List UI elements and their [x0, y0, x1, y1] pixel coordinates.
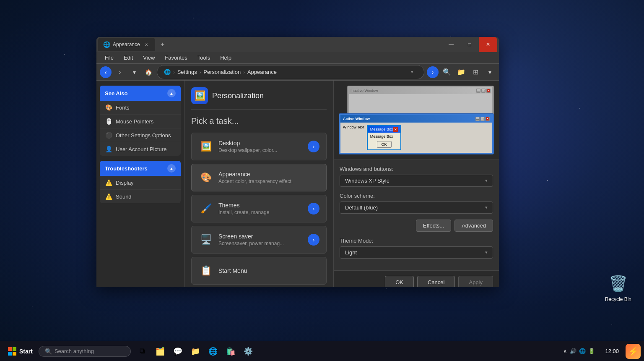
task-desktop[interactable]: 🖼️ Desktop Desktop wallpaper, color... › [191, 133, 327, 160]
inactive-window-preview: Inactive Window — □ ✕ [347, 86, 494, 117]
color-scheme-value: Default (blue) [345, 204, 378, 211]
inactive-window-title: Inactive Window [351, 89, 378, 93]
system-tray[interactable]: ∧ 🔊 🌐 🔋 [560, 346, 598, 356]
pick-task-text: Pick a task... [191, 116, 327, 126]
theme-mode-chevron: ▾ [485, 250, 488, 255]
task-appearance[interactable]: 🎨 Appearance Accent color, transparency … [191, 164, 327, 191]
address-input[interactable]: 🌐 › Settings › Personalization › Appeara… [157, 65, 424, 79]
msgbox-ok-button[interactable]: OK [377, 141, 392, 148]
user-account-label: User Account Picture [116, 146, 166, 152]
task-start-menu[interactable]: 📋 Start Menu [191, 257, 327, 285]
task-view-button[interactable]: ⧉ [134, 343, 151, 360]
desktop-task-text: Desktop Desktop wallpaper, color... [218, 140, 303, 153]
grid-button[interactable]: ⊞ [470, 66, 481, 78]
store-button[interactable]: 🛍️ [222, 343, 239, 360]
windows-buttons-select[interactable]: Windows XP Style ▾ [340, 175, 493, 187]
windows-buttons-label: Windows and buttons: [340, 166, 493, 172]
menu-edit[interactable]: Edit [119, 53, 138, 63]
see-also-collapse[interactable]: ▲ [167, 89, 176, 97]
taskbar-clock[interactable]: 12:00 [602, 346, 622, 356]
ok-button[interactable]: OK [385, 276, 414, 287]
color-scheme-chevron: ▾ [485, 205, 488, 210]
minimize-button[interactable]: — [442, 37, 460, 52]
menu-tools[interactable]: Tools [192, 53, 215, 63]
tab-close-button[interactable]: ✕ [143, 41, 150, 48]
lightning-badge-icon[interactable]: ⚡ [626, 344, 641, 359]
folder-button[interactable]: 📁 [455, 66, 467, 78]
search-button[interactable]: 🔍 [441, 66, 453, 78]
dropdown-button[interactable]: ▾ [128, 66, 140, 78]
address-personalization: Personalization [203, 69, 241, 75]
see-also-section: See Also ▲ 🎨 Fonts 🖱️ Mouse Pointers ⚫ O… [100, 86, 181, 156]
grid-chevron[interactable]: ▾ [484, 66, 496, 78]
desktop-task-arrow[interactable]: › [308, 141, 319, 152]
color-scheme-select[interactable]: Default (blue) ▾ [340, 201, 493, 214]
troubleshooters-collapse[interactable]: ▲ [167, 164, 176, 173]
address-sep-2: › [243, 70, 245, 75]
troubleshooters-section: Troubleshooters ▲ ⚠️ Display ⚠️ Sound [100, 161, 181, 203]
menu-view[interactable]: View [138, 53, 160, 63]
settings-taskbar-button[interactable]: ⚙️ [240, 343, 257, 360]
menu-favorites[interactable]: Favorites [160, 53, 192, 63]
address-dropdown-arrow[interactable]: ▾ [407, 67, 417, 77]
sound-label: Sound [116, 194, 132, 200]
screensaver-task-arrow[interactable]: › [308, 234, 319, 246]
forward-button[interactable]: › [114, 66, 126, 78]
windows-buttons-chevron: ▾ [485, 178, 488, 183]
personalization-header: 🖼️ Personalization [191, 87, 327, 110]
file-explorer-button[interactable]: 📁 [187, 343, 204, 360]
advanced-button[interactable]: Advanced [454, 220, 493, 232]
browser-tab[interactable]: 🌐 Appearance ✕ [98, 38, 155, 51]
svg-rect-2 [8, 352, 12, 356]
cancel-button[interactable]: Cancel [417, 276, 455, 287]
maximize-button[interactable]: □ [460, 37, 479, 52]
themes-task-arrow[interactable]: › [308, 203, 319, 215]
start-button[interactable]: Start [3, 345, 37, 358]
theme-mode-value: Light [345, 249, 357, 256]
troubleshooters-header[interactable]: Troubleshooters ▲ [100, 161, 181, 176]
taskbar-search[interactable]: 🔍 Search anything [39, 346, 131, 357]
taskbar-icons: ⧉ 🗂️ 💬 📁 🌐 🛍️ ⚙️ [134, 343, 257, 360]
effects-advanced-row: Effects... Advanced [340, 220, 493, 232]
themes-task-text: Themes Install, create, manage [218, 202, 303, 215]
recycle-bin[interactable]: 🗑️ Recycle Bin [605, 273, 631, 302]
edge-button[interactable]: 🌐 [205, 343, 221, 360]
tab-favicon-icon: 🌐 [103, 41, 110, 48]
sidebar-item-mouse-pointers[interactable]: 🖱️ Mouse Pointers [100, 115, 181, 128]
back-button[interactable]: ‹ [100, 66, 112, 78]
color-scheme-label: Color scheme: [340, 193, 493, 199]
taskbar: Start 🔍 Search anything ⧉ 🗂️ 💬 📁 🌐 🛍️ ⚙️… [0, 341, 644, 361]
window-controls: — □ ✕ [442, 37, 497, 52]
add-tab-button[interactable]: + [157, 39, 169, 50]
task-themes[interactable]: 🖌️ Themes Install, create, manage › [191, 195, 327, 222]
effects-button[interactable]: Effects... [416, 220, 451, 232]
sidebar-item-display[interactable]: ⚠️ Display [100, 176, 181, 190]
chat-button[interactable]: 💬 [169, 343, 186, 360]
apply-button[interactable]: Apply [458, 276, 493, 287]
sidebar-item-sound[interactable]: ⚠️ Sound [100, 190, 181, 203]
address-appearance: Appearance [247, 69, 277, 75]
right-panel: Inactive Window — □ ✕ Active Window [333, 81, 499, 287]
theme-mode-select[interactable]: Light ▾ [340, 246, 493, 259]
battery-icon: 🔋 [588, 348, 595, 354]
go-button[interactable]: › [427, 66, 439, 78]
screensaver-task-text: Screen saver Screensaver, power manag... [218, 233, 303, 246]
screensaver-task-desc: Screensaver, power manag... [218, 241, 303, 246]
sidebar-item-fonts[interactable]: 🎨 Fonts [100, 101, 181, 115]
see-also-header[interactable]: See Also ▲ [100, 86, 181, 101]
sidebar-item-other-settings[interactable]: ⚫ Other Settings Options [100, 128, 181, 142]
menu-help[interactable]: Help [215, 53, 236, 63]
desktop-task-title: Desktop [218, 140, 303, 146]
task-screensaver[interactable]: 🖥️ Screen saver Screensaver, power manag… [191, 226, 327, 254]
address-sep-1: › [200, 70, 201, 75]
home-button[interactable]: 🏠 [143, 66, 154, 78]
active-maximize-btn: □ [480, 117, 485, 121]
widgets-button[interactable]: 🗂️ [152, 343, 169, 360]
menu-file[interactable]: File [100, 53, 119, 63]
search-icon: 🔍 [45, 348, 52, 355]
close-button[interactable]: ✕ [479, 37, 497, 52]
sidebar-item-user-account[interactable]: 👤 User Account Picture [100, 142, 181, 156]
msgbox-body-text: Message Box [370, 134, 398, 139]
taskbar-right: ∧ 🔊 🌐 🔋 12:00 ⚡ [560, 344, 641, 359]
personalization-icon: 🖼️ [191, 87, 208, 104]
